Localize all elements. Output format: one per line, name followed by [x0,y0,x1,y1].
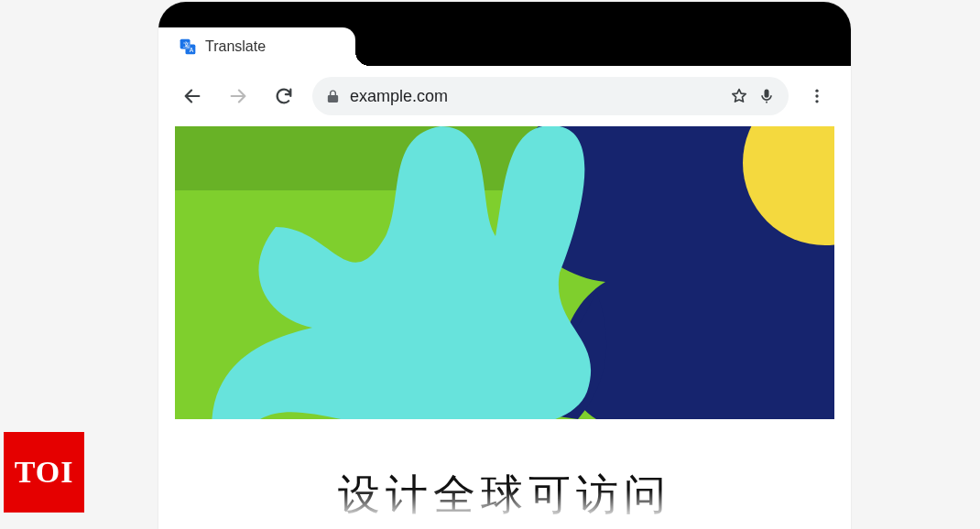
mic-icon[interactable] [757,87,776,105]
page-heading: 设计全球可访问 [158,467,851,524]
back-button[interactable] [175,79,210,113]
overflow-menu-button[interactable] [800,79,834,113]
reload-icon [274,86,294,106]
page-heading-text: 设计全球可访问 [338,470,671,518]
arrow-left-icon [182,86,202,106]
translate-icon: 文A [179,38,197,56]
forward-button[interactable] [221,79,256,113]
svg-text:A: A [190,47,194,53]
tab-strip: 文A Translate [158,2,851,66]
reload-button[interactable] [267,79,301,113]
page-content: 设计全球可访问 [158,126,851,529]
address-bar[interactable]: example.com [312,77,789,115]
tab-label: Translate [205,38,266,55]
svg-point-5 [815,90,818,92]
star-outline-icon[interactable] [730,87,748,105]
toi-logo-badge: TOI [4,432,84,513]
more-vert-icon [808,87,826,105]
toolbar: example.com [158,66,851,126]
arrow-right-icon [228,86,248,106]
toi-logo-text: TOI [15,455,74,490]
svg-point-7 [815,100,818,103]
url-text: example.com [350,87,721,106]
tab-translate[interactable]: 文A Translate [158,27,355,66]
hero-illustration [175,126,834,419]
browser-window: 文A Translate example.com [158,2,851,529]
lock-icon [325,89,341,104]
svg-point-6 [815,94,818,97]
